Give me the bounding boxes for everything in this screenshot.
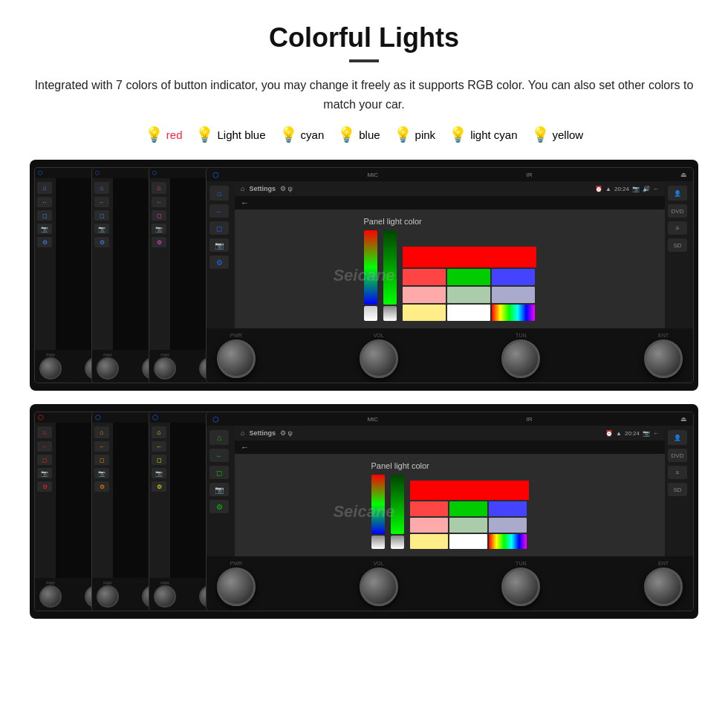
btn-cam-3[interactable]: 📷 bbox=[152, 224, 166, 234]
main-btn-back[interactable]: ← bbox=[209, 204, 229, 218]
bot3-knob-l[interactable] bbox=[154, 585, 176, 608]
btn-android-2[interactable]: ◻ bbox=[94, 210, 109, 221]
bot2-btn-home[interactable]: ⌂ bbox=[94, 426, 109, 438]
btn-back-3[interactable]: ← bbox=[152, 197, 166, 207]
bot-sw-y[interactable] bbox=[410, 534, 448, 549]
bot2-btn-set[interactable]: ⚙ bbox=[94, 481, 109, 492]
bot1-btn-set[interactable]: ⚙ bbox=[37, 481, 52, 492]
main-btn-android[interactable]: ◻ bbox=[209, 221, 229, 235]
bot-knob-vol[interactable] bbox=[360, 567, 398, 606]
btn-back-1[interactable]: ← bbox=[37, 197, 52, 207]
bot2-btn-back[interactable]: ← bbox=[94, 441, 109, 452]
unit1-knob-left[interactable] bbox=[39, 357, 62, 380]
btn-android-1[interactable]: ◻ bbox=[37, 210, 52, 221]
btn-back-2[interactable]: ← bbox=[94, 197, 109, 207]
bot2-knob-l[interactable] bbox=[97, 585, 119, 608]
sw-r1[interactable] bbox=[403, 269, 446, 285]
bot-btn-eq[interactable]: ≡ bbox=[668, 466, 687, 479]
grad-col-slider2[interactable] bbox=[383, 306, 397, 321]
main-unit-topbar: ⬡ MIC IR ⏏ bbox=[207, 168, 693, 181]
bot1-btn-cam[interactable]: 📷 bbox=[37, 468, 52, 478]
bulb-blue-icon: 💡 bbox=[337, 126, 356, 143]
unit3-knob-l[interactable] bbox=[154, 357, 176, 380]
knob-pwr[interactable] bbox=[217, 339, 256, 378]
main-btn-dvd[interactable]: DVD bbox=[668, 204, 687, 218]
sw-rainbow[interactable] bbox=[492, 305, 535, 321]
main-btn-cam[interactable]: 📷 bbox=[209, 238, 229, 252]
sw-b1[interactable] bbox=[492, 269, 535, 285]
bot3-btn-android[interactable]: ◻ bbox=[152, 455, 166, 465]
bot-btn-dvd[interactable]: DVD bbox=[668, 449, 687, 462]
bot-btn-wifi[interactable]: ⚙ bbox=[209, 500, 229, 513]
bot-sw-r2[interactable] bbox=[410, 518, 448, 533]
sw-r2[interactable] bbox=[403, 287, 446, 303]
back-btn[interactable]: ← bbox=[653, 186, 659, 192]
bot3-btn-back[interactable]: ← bbox=[152, 441, 166, 452]
bot-btn-back[interactable]: ← bbox=[209, 449, 229, 462]
bot1-btn-android[interactable]: ◻ bbox=[37, 455, 52, 465]
bot-back-arrow[interactable]: ← bbox=[241, 443, 249, 452]
btn-android-3[interactable]: ◻ bbox=[152, 210, 166, 221]
main-btn-home[interactable]: ⌂ bbox=[209, 186, 229, 201]
bot-sw-r1[interactable] bbox=[410, 501, 448, 516]
bot-grad-slider2[interactable] bbox=[391, 536, 404, 549]
btn-cam-2[interactable]: 📷 bbox=[94, 224, 109, 234]
bot-swatch-area bbox=[410, 481, 529, 549]
btn-set-2[interactable]: ⚙ bbox=[94, 237, 109, 247]
main-swatch-red[interactable] bbox=[403, 247, 536, 267]
bot-main-swatch-red[interactable] bbox=[410, 481, 529, 500]
bot3-btn-home[interactable]: ⌂ bbox=[152, 426, 166, 438]
bot1-btn-home[interactable]: ⌂ bbox=[37, 426, 52, 438]
btn-home-1[interactable]: ⌂ bbox=[37, 182, 52, 194]
btn-set-3[interactable]: ⚙ bbox=[152, 237, 166, 247]
bot-color-picker-layout bbox=[371, 475, 529, 549]
knob-vol[interactable] bbox=[360, 339, 398, 378]
grad-col-slider1[interactable] bbox=[364, 306, 377, 321]
bot-back-btn[interactable]: ← bbox=[653, 430, 659, 437]
bot-knob-vol-label: VOL bbox=[374, 561, 384, 566]
main-btn-eq[interactable]: ≡ bbox=[668, 221, 687, 235]
bot-btn-android[interactable]: ◻ bbox=[209, 466, 229, 479]
bot-btn-home[interactable]: ⌂ bbox=[209, 430, 229, 445]
bot-knob-pwr[interactable] bbox=[217, 567, 256, 606]
home-icon-bar[interactable]: ⌂ bbox=[241, 185, 244, 192]
sw-g2[interactable] bbox=[447, 287, 490, 303]
bot-sw-g2[interactable] bbox=[449, 518, 487, 533]
color-blue-label: blue bbox=[359, 129, 380, 141]
knob-tun[interactable] bbox=[501, 339, 540, 378]
main-btn-phone[interactable]: 👤 bbox=[668, 186, 687, 201]
unit2-knob-l[interactable] bbox=[97, 357, 119, 380]
btn-home-2[interactable]: ⌂ bbox=[94, 182, 109, 194]
btn-home-3[interactable]: ⌂ bbox=[152, 182, 166, 194]
bot2-btn-android[interactable]: ◻ bbox=[94, 455, 109, 465]
bot-knob-tun[interactable] bbox=[501, 567, 540, 606]
bot1-btn-back[interactable]: ← bbox=[37, 441, 52, 452]
bot1-knob-l[interactable] bbox=[39, 585, 62, 608]
title-divider bbox=[349, 59, 379, 62]
bot-sw-b1[interactable] bbox=[489, 501, 527, 516]
bot3-btn-set[interactable]: ⚙ bbox=[152, 481, 166, 492]
sw-g1[interactable] bbox=[447, 269, 490, 285]
knob-ent[interactable] bbox=[644, 339, 683, 378]
bot2-btn-cam[interactable]: 📷 bbox=[94, 468, 109, 478]
btn-set-1[interactable]: ⚙ bbox=[37, 237, 52, 247]
bot-knob-ent[interactable] bbox=[644, 567, 683, 606]
sw-y[interactable] bbox=[403, 305, 446, 321]
bot3-btn-cam[interactable]: 📷 bbox=[152, 468, 166, 478]
bot-sw-g1[interactable] bbox=[449, 501, 487, 516]
bot-sw-b2[interactable] bbox=[489, 518, 527, 533]
bot-sw-rainbow[interactable] bbox=[489, 534, 527, 549]
back-arrow[interactable]: ← bbox=[241, 198, 249, 207]
main-btn-wifi[interactable]: ⚙ bbox=[209, 256, 229, 269]
bot-btn-phone[interactable]: 👤 bbox=[668, 430, 687, 445]
bot-sw-w[interactable] bbox=[449, 534, 487, 549]
btn-cam-1[interactable]: 📷 bbox=[37, 224, 52, 234]
main-bt-icon: ⬡ bbox=[212, 171, 219, 179]
bot-btn-sd[interactable]: SD bbox=[668, 483, 687, 496]
main-btn-sd[interactable]: SD bbox=[668, 238, 687, 252]
bot-grad-slider1[interactable] bbox=[371, 536, 385, 549]
bot-home-icon-bar[interactable]: ⌂ bbox=[241, 429, 244, 437]
sw-b2[interactable] bbox=[492, 287, 535, 303]
sw-w[interactable] bbox=[447, 305, 490, 321]
bot-btn-cam[interactable]: 📷 bbox=[209, 483, 229, 496]
